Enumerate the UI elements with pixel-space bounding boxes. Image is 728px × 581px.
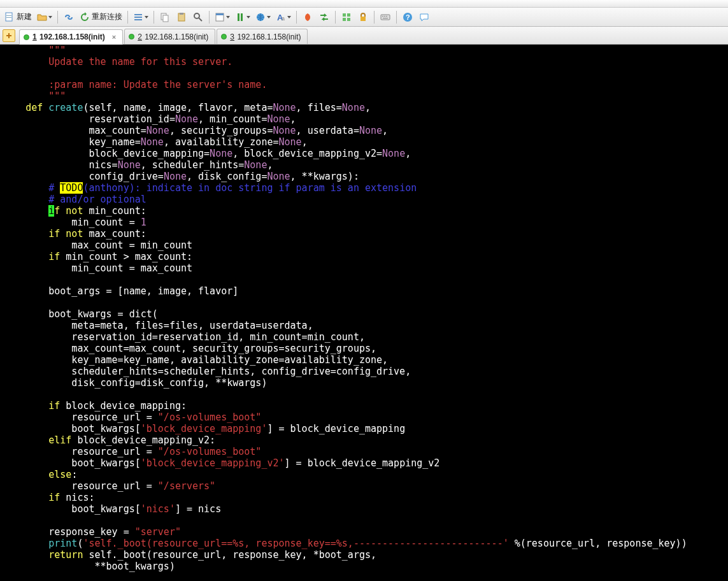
transfer-icon <box>319 12 329 22</box>
svg-rect-27 <box>386 16 387 17</box>
plus-icon <box>6 32 12 39</box>
properties-icon <box>215 12 225 22</box>
code-content: """ Update the name for this server. :pa… <box>0 45 728 572</box>
svg-rect-25 <box>382 16 383 17</box>
properties-button[interactable] <box>213 10 232 25</box>
paste-button[interactable] <box>174 10 189 25</box>
chat-button[interactable] <box>417 10 432 25</box>
svg-rect-7 <box>163 15 168 22</box>
toolbar-separator <box>57 11 58 24</box>
svg-rect-0 <box>6 13 12 21</box>
link-icon <box>64 12 74 22</box>
menubar[interactable] <box>0 0 728 8</box>
toolbar-separator <box>396 11 397 24</box>
svg-rect-4 <box>134 17 142 18</box>
tools-icon <box>235 12 245 22</box>
lock-button[interactable] <box>355 10 371 25</box>
config-button[interactable] <box>131 10 150 25</box>
svg-rect-28 <box>383 18 388 18</box>
keyboard-icon <box>380 12 390 22</box>
paste-icon <box>176 12 187 22</box>
layout1-button[interactable] <box>339 10 354 25</box>
dropdown-arrow-icon <box>226 16 230 18</box>
new-button[interactable]: 新建 <box>3 10 34 25</box>
toolbar-separator <box>209 11 210 24</box>
svg-rect-13 <box>216 13 224 15</box>
link-button[interactable] <box>61 10 76 25</box>
reconnect-button-label: 重新连接 <box>92 11 122 22</box>
tools-button[interactable] <box>233 10 252 25</box>
svg-rect-1 <box>6 15 11 16</box>
tabbar: 1 192.168.1.158(init) × 2 192.168.1.158(… <box>0 27 728 45</box>
svg-rect-9 <box>180 13 183 15</box>
help-icon: ? <box>403 12 413 22</box>
svg-rect-3 <box>134 14 142 15</box>
tab-label: 1 192.168.1.158(init) <box>32 32 105 41</box>
shell-icon <box>303 12 313 22</box>
grid-icon <box>341 12 352 22</box>
svg-rect-14 <box>238 13 239 21</box>
svg-line-11 <box>199 18 202 21</box>
svg-rect-15 <box>241 13 243 21</box>
search-icon <box>193 12 203 22</box>
transfer-button[interactable] <box>317 10 332 25</box>
toolbar-separator <box>127 11 128 24</box>
chat-icon <box>419 12 429 22</box>
tabbar-menu-button[interactable] <box>3 29 15 42</box>
toolbar-separator <box>153 11 154 24</box>
svg-rect-2 <box>6 17 11 18</box>
help-button[interactable]: ? <box>400 10 415 25</box>
font-button[interactable]: Aa <box>274 10 293 25</box>
svg-rect-24 <box>381 15 390 20</box>
close-icon[interactable]: × <box>112 33 116 41</box>
main-toolbar: 新建 重新连接 Aa <box>0 8 728 27</box>
search-button[interactable] <box>190 10 206 25</box>
svg-rect-5 <box>134 19 142 20</box>
refresh-icon <box>80 12 90 22</box>
svg-rect-19 <box>343 13 346 17</box>
tab-1[interactable]: 1 192.168.1.158(init) × <box>19 29 123 45</box>
shell-button[interactable] <box>300 10 315 25</box>
svg-rect-26 <box>384 16 385 17</box>
svg-text:?: ? <box>406 13 410 21</box>
toolbar-separator <box>296 11 297 24</box>
new-button-label: 新建 <box>17 11 32 22</box>
copy-button[interactable] <box>157 10 173 25</box>
toolbar-separator <box>335 11 336 24</box>
tab-label: 2 192.168.1.158(init) <box>138 32 208 41</box>
globe-icon <box>255 12 266 22</box>
dropdown-arrow-icon <box>287 16 291 18</box>
dropdown-arrow-icon <box>267 16 271 18</box>
svg-text:a: a <box>282 15 285 22</box>
reconnect-button[interactable]: 重新连接 <box>78 10 124 25</box>
globe-button[interactable] <box>253 10 273 25</box>
svg-rect-20 <box>347 13 350 17</box>
dropdown-arrow-icon <box>246 16 250 18</box>
tab-3[interactable]: 3 192.168.1.158(init) <box>217 29 308 44</box>
code-editor[interactable]: """ Update the name for this server. :pa… <box>0 45 728 581</box>
tab-2[interactable]: 2 192.168.1.158(init) <box>124 29 215 44</box>
font-icon: Aa <box>276 12 286 22</box>
toolbar-separator <box>374 11 375 24</box>
status-dot-icon <box>221 34 227 39</box>
lock-icon <box>358 12 368 22</box>
status-dot-icon <box>129 34 134 39</box>
dropdown-arrow-icon <box>145 16 148 18</box>
new-file-icon <box>4 12 15 22</box>
list-icon <box>133 12 143 22</box>
svg-rect-23 <box>360 17 366 21</box>
status-dot-icon <box>24 34 29 40</box>
tab-label: 3 192.168.1.158(init) <box>230 32 301 41</box>
keyboard-button[interactable] <box>378 10 393 25</box>
svg-rect-21 <box>343 18 346 21</box>
dropdown-arrow-icon <box>48 16 52 18</box>
copy-icon <box>160 12 170 22</box>
svg-point-10 <box>194 13 199 18</box>
open-button[interactable] <box>35 10 54 25</box>
svg-rect-22 <box>347 18 350 21</box>
open-folder-icon <box>37 12 47 22</box>
